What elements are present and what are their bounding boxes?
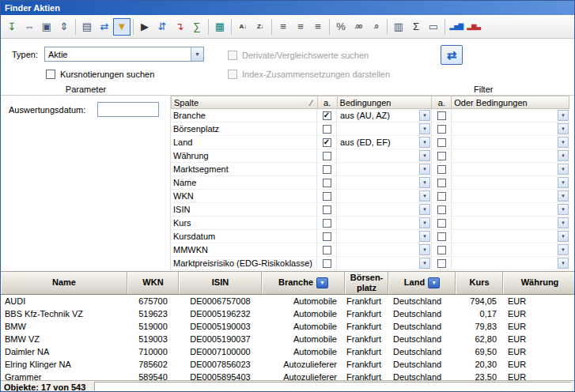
filter-or-condition-select[interactable]: ▼ (452, 136, 569, 149)
filter-column-name[interactable]: Name (171, 176, 317, 189)
filter-header-oder-aktiv[interactable]: a. (432, 96, 452, 108)
align-right-icon[interactable]: ≡ (309, 18, 327, 36)
filter-or-active-checkbox[interactable] (437, 152, 446, 160)
filter-or-condition-select[interactable]: ▼ (452, 217, 569, 229)
chevron-down-icon[interactable]: ▼ (419, 190, 430, 202)
chevron-down-icon[interactable]: ▼ (419, 204, 430, 215)
chevron-down-icon[interactable]: ▼ (558, 258, 569, 269)
chevron-down-icon[interactable]: ▼ (419, 164, 430, 175)
chevron-down-icon[interactable]: ▼ (419, 231, 430, 242)
filter-header-aktiv[interactable]: a. (318, 96, 338, 108)
chevron-down-icon[interactable]: ▼ (558, 123, 569, 134)
filter-or-condition-select[interactable]: ▼ (452, 203, 569, 216)
auswertungsdatum-input[interactable] (97, 102, 159, 117)
filter-or-active-checkbox[interactable] (437, 232, 446, 241)
filter-active-checkbox[interactable]: ✓ (323, 138, 331, 147)
filter-or-active-checkbox[interactable] (437, 259, 446, 268)
chevron-down-icon[interactable]: ▼ (558, 110, 569, 121)
chevron-down-icon[interactable]: ▼ (419, 150, 430, 161)
columns-icon[interactable]: ▥ (390, 18, 407, 36)
filter-active-checkbox[interactable] (323, 192, 331, 201)
chevron-down-icon[interactable]: ▼ (558, 231, 569, 242)
chevron-down-icon[interactable]: ▼ (558, 204, 569, 215)
chevron-down-icon[interactable]: ▼ (419, 258, 430, 269)
export-icon[interactable]: ↧ (3, 18, 21, 36)
filter-or-active-checkbox[interactable] (437, 138, 446, 147)
chevron-down-icon[interactable]: ▼ (191, 47, 203, 61)
filter-or-condition-select[interactable]: ▼ (452, 176, 569, 189)
filter-condition-select[interactable]: aus (AU, AZ) ▼ (337, 109, 432, 122)
column-header-isin[interactable]: ISIN (179, 272, 262, 294)
filter-active-checkbox[interactable] (323, 152, 331, 160)
filter-column-name[interactable]: WKN (171, 190, 317, 202)
filter-or-condition-select[interactable]: ▼ (452, 190, 569, 202)
fit-height-icon[interactable]: ⇕ (55, 18, 73, 36)
chevron-down-icon[interactable]: ▼ (558, 137, 569, 148)
chevron-down-icon[interactable]: ▼ (419, 110, 430, 121)
filter-condition-select[interactable]: ▼ (337, 203, 432, 216)
filter-condition-select[interactable]: ▼ (337, 176, 432, 189)
filter-or-active-checkbox[interactable] (437, 179, 446, 187)
column-header-kurs[interactable]: Kurs (456, 272, 503, 294)
chart-icon[interactable]: ▂▆▃ (465, 18, 482, 36)
filter-or-active-checkbox[interactable] (437, 125, 446, 134)
kursnotierungen-checkbox[interactable]: Kursnotierungen suchen (46, 69, 154, 80)
chevron-down-icon[interactable]: ▼ (419, 177, 430, 188)
filter-header-spalte[interactable]: Spalte ∕ (172, 96, 318, 108)
column-header-branche[interactable]: Branche ▼ (262, 272, 345, 294)
filter-or-active-checkbox[interactable] (437, 219, 446, 228)
column-header-wkn[interactable]: WKN (127, 272, 179, 294)
filter-condition-select[interactable]: ▼ (337, 122, 432, 135)
column-header-name[interactable]: Name (1, 272, 127, 294)
filter-column-name[interactable]: Währung (171, 149, 317, 162)
filter-condition-select[interactable]: ▼ (337, 243, 432, 256)
filter-condition-select[interactable]: ▼ (337, 217, 432, 229)
filter-or-active-checkbox[interactable] (437, 192, 446, 201)
window-icon[interactable]: ▣ (38, 18, 55, 36)
filter-or-active-checkbox[interactable] (437, 246, 446, 254)
table-row[interactable]: Daimler NA 710000 DE0007100000 Automobil… (1, 345, 575, 358)
table-row[interactable]: Elring Klinger NA 785602 DE0007856023 Au… (1, 358, 575, 371)
table-row[interactable]: AUDI 675700 DE0006757008 Automobile Fran… (1, 295, 575, 307)
checkbox-box[interactable] (46, 70, 55, 79)
layout-icon[interactable]: ▤ (78, 18, 96, 36)
filter-or-condition-select[interactable]: ▼ (452, 243, 569, 256)
filter-column-name[interactable]: Börsenplatz (171, 122, 317, 135)
chevron-down-icon[interactable]: ▼ (419, 244, 430, 255)
run-icon[interactable]: ▶ (136, 18, 153, 36)
filter-or-condition-select[interactable]: ▼ (452, 257, 569, 270)
filter-active-checkbox[interactable]: ✓ (323, 111, 331, 120)
sort-asc-icon[interactable]: A↓ (234, 18, 252, 36)
branche-filter-dropdown-icon[interactable]: ▼ (316, 277, 328, 288)
filter-condition-select[interactable]: ▼ (337, 230, 432, 243)
refresh-button[interactable]: ⇄ (441, 45, 463, 65)
filter-active-checkbox[interactable] (323, 179, 331, 187)
filter-or-condition-select[interactable]: ▼ (452, 109, 569, 122)
filter-column-name[interactable]: Land (171, 136, 317, 149)
filter-active-checkbox[interactable] (323, 246, 331, 254)
filter-or-condition-select[interactable]: ▼ (452, 149, 569, 162)
swap-rows-icon[interactable]: ⇵ (153, 18, 171, 36)
refresh-icon[interactable]: ⇄ (96, 18, 113, 36)
typen-select[interactable]: Aktie ▼ (44, 47, 204, 62)
column-header-boersenplatz[interactable]: Börsen-platz (345, 272, 388, 294)
table-icon[interactable]: ▦ (211, 18, 229, 36)
table-row[interactable]: BMW 519000 DE0005190003 Automobile Frank… (1, 320, 575, 333)
filter-header-oder-bedingungen[interactable]: Oder Bedingungen (452, 96, 569, 108)
filter-condition-select[interactable]: aus (ED, EF) ▼ (337, 136, 432, 149)
jump-down-icon[interactable]: ↴ (171, 18, 188, 36)
sigma-icon[interactable]: Σ (407, 18, 425, 36)
table-row[interactable]: Grammer 589540 DE0005895403 Autozuliefer… (1, 371, 575, 380)
filter-or-condition-select[interactable]: ▼ (452, 230, 569, 243)
chevron-down-icon[interactable]: ▼ (419, 217, 430, 228)
filter-active-checkbox[interactable] (323, 125, 331, 134)
percent-icon[interactable]: % (332, 18, 350, 36)
filter-active-checkbox[interactable] (323, 259, 331, 268)
filter-active-checkbox[interactable] (323, 205, 331, 214)
filter-column-name[interactable]: Kurs (171, 217, 317, 229)
align-center-icon[interactable]: ≡ (292, 18, 309, 36)
table-row[interactable]: BBS Kfz-Technik VZ 519623 DE0005196232 A… (1, 307, 575, 320)
filter-or-condition-select[interactable]: ▼ (452, 122, 569, 135)
filter-condition-select[interactable]: ▼ (337, 149, 432, 162)
filter-column-name[interactable]: Marktsegment (171, 163, 317, 175)
